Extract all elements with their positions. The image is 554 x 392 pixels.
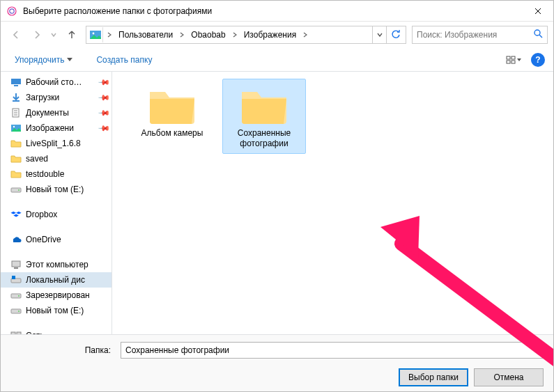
tree-item-label: testdouble xyxy=(26,169,64,179)
svg-rect-25 xyxy=(11,332,15,334)
tree-item-label: Dropbox xyxy=(26,210,57,219)
navigation-tree[interactable]: Рабочий сто…📌Загрузки📌Документы📌Изображе… xyxy=(1,72,112,334)
tree-item-label: Рабочий сто… xyxy=(26,77,82,87)
tree-item[interactable]: Локальный дис xyxy=(1,272,111,288)
tree-item[interactable]: Зарезервирован xyxy=(1,288,111,303)
refresh-button[interactable] xyxy=(386,26,404,43)
tree-item-label: Этот компьютер xyxy=(26,260,89,269)
window-title: Выберите расположение папки с фотография… xyxy=(23,6,522,16)
svg-rect-17 xyxy=(12,261,20,267)
breadcrumb-user[interactable]: Obaobab xyxy=(187,26,229,43)
svg-point-0 xyxy=(8,7,16,15)
folder-icon xyxy=(239,85,289,125)
tree-item[interactable]: Изображени📌 xyxy=(1,120,111,136)
tree-item[interactable]: Новый том (E:) xyxy=(1,303,111,318)
svg-rect-11 xyxy=(13,100,20,102)
folder-name-row: Папка: xyxy=(10,342,544,359)
view-options-button[interactable] xyxy=(503,52,524,68)
breadcrumb-pictures[interactable]: Изображения xyxy=(240,26,300,43)
downloads-icon xyxy=(10,92,22,103)
folder-item[interactable]: Сохраненные фотографии xyxy=(222,79,306,154)
tree-item-label: LiveSplit_1.6.8 xyxy=(26,139,81,148)
osdrive-icon xyxy=(10,274,22,285)
tree-item-label: Загрузки xyxy=(26,93,59,102)
folder-label: Сохраненные фотографии xyxy=(226,128,302,149)
folder-label: Альбом камеры xyxy=(141,128,203,139)
dialog-button-row: Выбор папки Отмена xyxy=(10,368,544,386)
tree-item-label: Новый том (E:) xyxy=(26,306,84,315)
folder-item[interactable]: Альбом камеры xyxy=(130,79,214,143)
organize-button[interactable]: Упорядочить xyxy=(9,52,78,68)
address-bar[interactable]: Пользователи Obaobab Изображения xyxy=(86,26,406,44)
recent-locations-button[interactable] xyxy=(48,25,59,45)
drive-icon xyxy=(10,290,22,301)
nav-forward-button[interactable] xyxy=(27,25,47,45)
pin-icon: 📌 xyxy=(97,121,110,134)
pictures-location-icon xyxy=(88,27,103,42)
breadcrumb-users[interactable]: Пользователи xyxy=(114,26,177,43)
svg-point-22 xyxy=(18,295,20,297)
select-folder-button[interactable]: Выбор папки xyxy=(399,368,468,386)
new-folder-button[interactable]: Создать папку xyxy=(91,52,157,68)
tree-item[interactable]: Сеть xyxy=(1,328,111,334)
tree-item[interactable]: Документы📌 xyxy=(1,105,111,120)
tree-item[interactable]: Dropbox xyxy=(1,207,111,222)
svg-rect-9 xyxy=(11,79,21,84)
close-button[interactable] xyxy=(522,1,553,22)
tree-item-label: Зарезервирован xyxy=(26,290,90,300)
drive-icon xyxy=(10,305,22,316)
cancel-button[interactable]: Отмена xyxy=(474,368,544,386)
organize-label: Упорядочить xyxy=(15,55,64,65)
breadcrumb-root-chevron[interactable] xyxy=(105,26,114,43)
tree-item[interactable]: Этот компьютер xyxy=(1,257,111,272)
tree-item-label: Новый том (E:) xyxy=(26,185,84,194)
search-box[interactable] xyxy=(412,26,548,44)
dropbox-icon xyxy=(10,209,22,220)
tree-item-label: OneDrive xyxy=(26,235,61,244)
tree-item[interactable]: LiveSplit_1.6.8 xyxy=(1,136,111,151)
desktop-icon xyxy=(10,77,22,88)
svg-point-1 xyxy=(10,8,14,13)
tree-item[interactable]: Рабочий сто…📌 xyxy=(1,75,111,90)
tree-item[interactable]: Новый том (E:) xyxy=(1,182,111,197)
tree-item[interactable]: testdouble xyxy=(1,166,111,182)
svg-rect-20 xyxy=(12,276,15,279)
folder-name-label: Папка: xyxy=(10,345,115,355)
pin-icon: 📌 xyxy=(97,106,110,119)
folder-icon xyxy=(147,85,197,125)
dialog-body: Рабочий сто…📌Загрузки📌Документы📌Изображе… xyxy=(1,72,553,334)
svg-point-3 xyxy=(92,33,94,35)
folder-content-pane[interactable]: Альбом камеры Сохраненные фотографии xyxy=(112,72,553,334)
tree-item-label: Локальный дис xyxy=(26,275,85,285)
svg-rect-6 xyxy=(511,56,515,59)
toolbar: Упорядочить Создать папку ? xyxy=(1,48,553,72)
app-icon xyxy=(6,6,17,17)
svg-point-24 xyxy=(18,311,20,312)
tree-item-label: Изображени xyxy=(26,123,74,133)
tree-item-label: saved xyxy=(26,154,48,164)
onedrive-icon xyxy=(10,234,22,245)
folder-icon xyxy=(10,138,22,149)
tree-item[interactable]: OneDrive xyxy=(1,232,111,247)
breadcrumb-chevron-2[interactable] xyxy=(230,26,240,43)
pin-icon: 📌 xyxy=(97,91,110,104)
nav-back-button[interactable] xyxy=(6,25,26,45)
svg-rect-8 xyxy=(511,61,515,63)
help-button[interactable]: ? xyxy=(531,53,545,67)
folder-icon xyxy=(10,153,22,164)
search-icon[interactable] xyxy=(533,29,543,41)
address-dropdown-button[interactable] xyxy=(372,26,386,43)
search-input[interactable] xyxy=(417,30,533,40)
tree-item-label: Сеть xyxy=(26,331,45,334)
tree-item[interactable]: saved xyxy=(1,151,111,166)
documents-icon xyxy=(10,107,22,118)
breadcrumb-chevron-3[interactable] xyxy=(300,26,310,43)
svg-point-14 xyxy=(13,126,15,127)
folder-name-input[interactable] xyxy=(121,342,544,359)
folder-icon xyxy=(10,168,22,180)
breadcrumb-chevron-1[interactable] xyxy=(177,26,187,43)
thispc-icon xyxy=(10,259,22,270)
dialog-bottom-panel: Папка: Выбор папки Отмена xyxy=(1,334,553,392)
tree-item[interactable]: Загрузки📌 xyxy=(1,90,111,105)
nav-up-button[interactable] xyxy=(63,26,80,43)
